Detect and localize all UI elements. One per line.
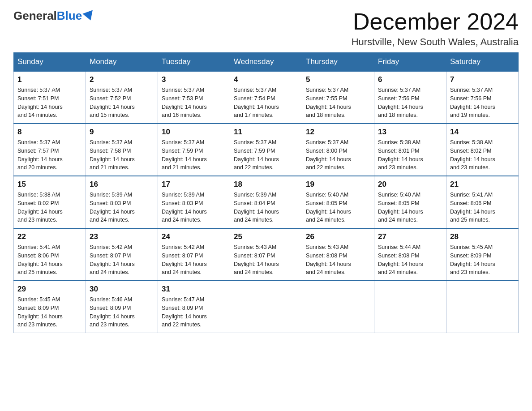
day-info: Sunrise: 5:40 AMSunset: 8:05 PMDaylight:…	[378, 191, 442, 224]
day-number: 1	[17, 75, 82, 84]
calendar-cell: 11Sunrise: 5:37 AMSunset: 7:59 PMDayligh…	[230, 124, 302, 176]
weekday-header-saturday: Saturday	[446, 53, 519, 72]
day-info: Sunrise: 5:37 AMSunset: 7:59 PMDaylight:…	[234, 138, 298, 172]
day-info: Sunrise: 5:37 AMSunset: 7:52 PMDaylight:…	[90, 86, 154, 120]
day-number: 2	[90, 75, 154, 84]
page-header: General Blue December 2024 Hurstville, N…	[13, 9, 519, 48]
weekday-header-monday: Monday	[86, 53, 158, 72]
calendar-cell: 28Sunrise: 5:45 AMSunset: 8:09 PMDayligh…	[446, 228, 519, 281]
calendar-cell: 10Sunrise: 5:37 AMSunset: 7:59 PMDayligh…	[158, 124, 230, 176]
day-info: Sunrise: 5:39 AMSunset: 8:04 PMDaylight:…	[234, 191, 298, 224]
calendar-cell	[230, 281, 302, 333]
day-number: 23	[90, 232, 154, 241]
day-info: Sunrise: 5:39 AMSunset: 8:03 PMDaylight:…	[90, 191, 154, 224]
day-info: Sunrise: 5:37 AMSunset: 7:55 PMDaylight:…	[306, 86, 370, 120]
calendar-cell: 8Sunrise: 5:37 AMSunset: 7:57 PMDaylight…	[14, 124, 86, 176]
weekday-header-friday: Friday	[374, 53, 446, 72]
day-number: 16	[90, 180, 154, 189]
logo-general-text: General	[13, 9, 57, 23]
calendar-cell: 13Sunrise: 5:38 AMSunset: 8:01 PMDayligh…	[374, 124, 446, 176]
calendar-week-row: 22Sunrise: 5:41 AMSunset: 8:06 PMDayligh…	[14, 228, 519, 281]
day-number: 5	[306, 75, 370, 84]
calendar-cell: 17Sunrise: 5:39 AMSunset: 8:03 PMDayligh…	[158, 176, 230, 228]
day-number: 4	[234, 75, 298, 84]
calendar-cell: 27Sunrise: 5:44 AMSunset: 8:08 PMDayligh…	[374, 228, 446, 281]
calendar-cell: 6Sunrise: 5:37 AMSunset: 7:56 PMDaylight…	[374, 71, 446, 124]
day-info: Sunrise: 5:47 AMSunset: 8:09 PMDaylight:…	[162, 295, 226, 329]
day-info: Sunrise: 5:40 AMSunset: 8:05 PMDaylight:…	[306, 191, 370, 224]
calendar-cell: 22Sunrise: 5:41 AMSunset: 8:06 PMDayligh…	[14, 228, 86, 281]
calendar-week-row: 29Sunrise: 5:45 AMSunset: 8:09 PMDayligh…	[14, 281, 519, 333]
calendar-cell: 20Sunrise: 5:40 AMSunset: 8:05 PMDayligh…	[374, 176, 446, 228]
day-number: 9	[90, 128, 154, 137]
day-info: Sunrise: 5:37 AMSunset: 7:59 PMDaylight:…	[162, 138, 226, 172]
calendar-cell: 18Sunrise: 5:39 AMSunset: 8:04 PMDayligh…	[230, 176, 302, 228]
day-info: Sunrise: 5:45 AMSunset: 8:09 PMDaylight:…	[450, 243, 515, 277]
day-number: 14	[450, 128, 515, 137]
day-number: 29	[17, 285, 82, 294]
day-info: Sunrise: 5:39 AMSunset: 8:03 PMDaylight:…	[162, 191, 226, 224]
day-info: Sunrise: 5:38 AMSunset: 8:02 PMDaylight:…	[450, 138, 515, 172]
calendar-week-row: 1Sunrise: 5:37 AMSunset: 7:51 PMDaylight…	[14, 71, 519, 124]
calendar-cell: 25Sunrise: 5:43 AMSunset: 8:07 PMDayligh…	[230, 228, 302, 281]
day-info: Sunrise: 5:37 AMSunset: 7:53 PMDaylight:…	[162, 86, 226, 120]
calendar-cell: 19Sunrise: 5:40 AMSunset: 8:05 PMDayligh…	[302, 176, 374, 228]
day-number: 24	[162, 232, 226, 241]
calendar-cell: 23Sunrise: 5:42 AMSunset: 8:07 PMDayligh…	[86, 228, 158, 281]
calendar-cell: 4Sunrise: 5:37 AMSunset: 7:54 PMDaylight…	[230, 71, 302, 124]
day-number: 20	[378, 180, 442, 189]
day-info: Sunrise: 5:37 AMSunset: 7:51 PMDaylight:…	[17, 86, 82, 120]
calendar-week-row: 15Sunrise: 5:38 AMSunset: 8:02 PMDayligh…	[14, 176, 519, 228]
day-info: Sunrise: 5:38 AMSunset: 8:02 PMDaylight:…	[17, 191, 82, 224]
calendar-cell: 29Sunrise: 5:45 AMSunset: 8:09 PMDayligh…	[14, 281, 86, 333]
calendar-cell	[446, 281, 519, 333]
calendar-cell: 7Sunrise: 5:37 AMSunset: 7:56 PMDaylight…	[446, 71, 519, 124]
day-number: 26	[306, 232, 370, 241]
weekday-header-thursday: Thursday	[302, 53, 374, 72]
day-info: Sunrise: 5:43 AMSunset: 8:08 PMDaylight:…	[306, 243, 370, 277]
day-number: 31	[162, 285, 226, 294]
day-info: Sunrise: 5:44 AMSunset: 8:08 PMDaylight:…	[378, 243, 442, 277]
month-title: December 2024	[352, 9, 519, 34]
day-number: 25	[234, 232, 298, 241]
day-info: Sunrise: 5:37 AMSunset: 7:54 PMDaylight:…	[234, 86, 298, 120]
calendar-cell: 12Sunrise: 5:37 AMSunset: 8:00 PMDayligh…	[302, 124, 374, 176]
weekday-header-tuesday: Tuesday	[158, 53, 230, 72]
day-number: 6	[378, 75, 442, 84]
day-number: 8	[17, 128, 82, 137]
title-section: December 2024 Hurstville, New South Wale…	[352, 9, 519, 48]
calendar-cell: 21Sunrise: 5:41 AMSunset: 8:06 PMDayligh…	[446, 176, 519, 228]
day-number: 22	[17, 232, 82, 241]
day-info: Sunrise: 5:37 AMSunset: 7:56 PMDaylight:…	[450, 86, 515, 120]
day-info: Sunrise: 5:37 AMSunset: 8:00 PMDaylight:…	[306, 138, 370, 172]
calendar-cell: 1Sunrise: 5:37 AMSunset: 7:51 PMDaylight…	[14, 71, 86, 124]
calendar-cell: 9Sunrise: 5:37 AMSunset: 7:58 PMDaylight…	[86, 124, 158, 176]
day-number: 11	[234, 128, 298, 137]
day-info: Sunrise: 5:45 AMSunset: 8:09 PMDaylight:…	[17, 295, 82, 329]
day-number: 15	[17, 180, 82, 189]
calendar-cell: 30Sunrise: 5:46 AMSunset: 8:09 PMDayligh…	[86, 281, 158, 333]
day-number: 27	[378, 232, 442, 241]
calendar-cell	[374, 281, 446, 333]
calendar-week-row: 8Sunrise: 5:37 AMSunset: 7:57 PMDaylight…	[14, 124, 519, 176]
calendar-table: SundayMondayTuesdayWednesdayThursdayFrid…	[13, 52, 519, 333]
weekday-header-sunday: Sunday	[14, 53, 86, 72]
calendar-cell: 16Sunrise: 5:39 AMSunset: 8:03 PMDayligh…	[86, 176, 158, 228]
day-number: 17	[162, 180, 226, 189]
day-info: Sunrise: 5:46 AMSunset: 8:09 PMDaylight:…	[90, 295, 154, 329]
day-number: 30	[90, 285, 154, 294]
calendar-body: 1Sunrise: 5:37 AMSunset: 7:51 PMDaylight…	[14, 71, 519, 333]
logo-triangle-icon	[82, 10, 95, 22]
day-number: 28	[450, 232, 515, 241]
day-number: 7	[450, 75, 515, 84]
calendar-cell: 26Sunrise: 5:43 AMSunset: 8:08 PMDayligh…	[302, 228, 374, 281]
day-info: Sunrise: 5:41 AMSunset: 8:06 PMDaylight:…	[450, 191, 515, 224]
calendar-cell: 15Sunrise: 5:38 AMSunset: 8:02 PMDayligh…	[14, 176, 86, 228]
day-number: 19	[306, 180, 370, 189]
logo-blue-text: Blue	[57, 9, 82, 23]
calendar-cell: 31Sunrise: 5:47 AMSunset: 8:09 PMDayligh…	[158, 281, 230, 333]
calendar-cell: 24Sunrise: 5:42 AMSunset: 8:07 PMDayligh…	[158, 228, 230, 281]
day-info: Sunrise: 5:38 AMSunset: 8:01 PMDaylight:…	[378, 138, 442, 172]
location-subtitle: Hurstville, New South Wales, Australia	[352, 36, 519, 48]
calendar-cell	[302, 281, 374, 333]
